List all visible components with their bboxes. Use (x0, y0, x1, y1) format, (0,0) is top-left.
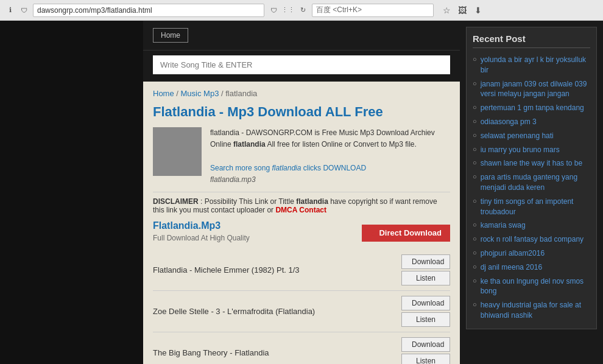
list-item: selawat penenang hati (473, 129, 590, 143)
list-item: odiaasonga pm 3 (473, 115, 590, 129)
layout: Home Home / Music Mp3 / flatlandia Flatl… (0, 21, 603, 364)
right-sidebar: Recent Post yolunda a bir ayr l k bir yo… (460, 21, 603, 364)
url-text: dawsongrp.com/mp3/flatlandia.html (37, 6, 152, 15)
list-item: rock n roll fantasy bad company (473, 233, 590, 247)
recent-post-link-7[interactable]: para artis muda ganteng yang menjadi dud… (481, 172, 590, 193)
download-button-2[interactable]: Download (401, 337, 450, 352)
recent-post-link-14[interactable]: heavy industrial gala for sale at bhiwan… (481, 300, 590, 321)
breadcrumb-sep2: / (219, 89, 225, 98)
list-item: janam janam 039 ost dilwale 039 versi me… (473, 77, 590, 102)
song-buttons-1: Download Listen (401, 296, 450, 327)
search-input[interactable] (153, 55, 450, 74)
recent-post-link-11[interactable]: phojpuri albam2016 (481, 248, 545, 259)
recent-post-link-3[interactable]: odiaasonga pm 3 (481, 117, 537, 127)
left-sidebar (0, 21, 143, 364)
download-button-1[interactable]: Download (401, 296, 450, 310)
nav-bar: Home (143, 21, 460, 51)
direct-download-label: Direct Download (379, 228, 442, 237)
recent-post-title: Recent Post (473, 33, 590, 48)
main-content: Home Home / Music Mp3 / flatlandia Flatl… (143, 21, 460, 364)
song-info-block: flatlandia - DAWSONGRP.COM is Free Music… (153, 127, 450, 186)
recent-post-link-1[interactable]: janam janam 039 ost dilwale 039 versi me… (481, 79, 590, 100)
recent-post-link-9[interactable]: kamaria swag (481, 220, 526, 231)
home-button[interactable]: Home (153, 28, 188, 43)
dmca-link[interactable]: DMCA Contact (275, 206, 326, 214)
song-section: Flatlandia.Mp3 Full Download At High Qua… (153, 220, 450, 364)
list-item: para artis muda ganteng yang menjadi dud… (473, 170, 590, 195)
listen-button-1[interactable]: Listen (401, 312, 450, 327)
browser-action-icons: ☆ 🖼 ⬇ (440, 4, 485, 17)
search-bar[interactable]: 百度 <Ctrl+K> (312, 4, 434, 17)
recent-post-link-10[interactable]: rock n roll fantasy bad company (481, 234, 584, 245)
breadcrumb: Home / Music Mp3 / flatlandia (153, 89, 450, 98)
download-icon[interactable]: ⬇ (471, 4, 485, 17)
recent-post-link-5[interactable]: iu marry you bruno mars (481, 145, 560, 155)
search-link-text: Search more song (210, 164, 272, 172)
song-description: flatlandia - DAWSONGRP.COM is Free Music… (210, 127, 450, 186)
breadcrumb-current: flatlandia (225, 89, 257, 98)
list-item: kamaria swag (473, 219, 590, 233)
breadcrumb-home[interactable]: Home (153, 89, 174, 98)
table-row: The Big Bang Theory - Flatlandia Downloa… (153, 332, 450, 364)
song-title-1: Zoe Delle Stelle - 3 - L'ermafrodita (Fl… (153, 307, 401, 316)
recent-post-link-4[interactable]: selawat penenang hati (481, 131, 554, 141)
site-text2: All free for listen Online or Convert to… (266, 140, 417, 149)
bold-flatlandia: flatlandia (233, 140, 266, 149)
list-item: phojpuri albam2016 (473, 247, 590, 261)
search-italic: flatlandia (272, 164, 301, 172)
direct-download-icon: ● (370, 228, 375, 238)
song-buttons-0: Download Listen (401, 254, 450, 285)
breadcrumb-music[interactable]: Music Mp3 (181, 89, 219, 98)
recent-post-list: yolunda a bir ayr l k bir yoksulluk bir … (473, 53, 590, 323)
song-title-2: The Big Bang Theory - Flatlandia (153, 348, 401, 357)
song-buttons-2: Download Listen (401, 337, 450, 364)
download-header: Flatlandia.Mp3 Full Download At High Qua… (153, 220, 450, 246)
screenshot-icon[interactable]: 🖼 (456, 4, 469, 17)
search-bar-text: 百度 <Ctrl+K> (316, 5, 362, 15)
list-item: iu marry you bruno mars (473, 143, 590, 157)
grid-icon: ⋮⋮ (283, 5, 294, 16)
list-item: tiny tim songs of an impotent troubadour (473, 195, 590, 219)
song-thumbnail (153, 127, 202, 176)
search-section (143, 51, 460, 82)
recent-post-link-0[interactable]: yolunda a bir ayr l k bir yoksulluk bir (481, 55, 590, 75)
bookmark-icon[interactable]: ☆ (440, 4, 453, 17)
recent-post-link-6[interactable]: shawn lane the way it has to be (481, 158, 582, 169)
shield-icon: 🛡 (18, 5, 29, 16)
page-wrapper: Home Home / Music Mp3 / flatlandia Flatl… (0, 21, 603, 364)
recent-post-link-12[interactable]: dj anil meena 2016 (481, 262, 542, 273)
direct-download-button[interactable]: ● Direct Download (362, 225, 450, 242)
listen-button-2[interactable]: Listen (401, 354, 450, 364)
search-link-end: clicks DOWNLOAD (301, 164, 366, 172)
list-item: heavy industrial gala for sale at bhiwan… (473, 298, 590, 323)
table-row: Flatlandia - Michele Emmer (1982) Pt. 1/… (153, 250, 450, 291)
listen-button-0[interactable]: Listen (401, 271, 450, 285)
search-more-link[interactable]: Search more song flatlandia clicks DOWNL… (210, 164, 366, 172)
disclaimer-text: : Possibility This Link or Tittle (199, 197, 297, 206)
recent-post-link-13[interactable]: ke tha oun lngung del nov smos bong (481, 276, 590, 297)
disclaimer-bold: flatlandia (296, 197, 328, 206)
address-bar[interactable]: dawsongrp.com/mp3/flatlandia.html (33, 4, 264, 17)
list-item: ke tha oun lngung del nov smos bong (473, 275, 590, 299)
refresh-icon[interactable]: ↻ (297, 5, 308, 16)
list-item: pertemuan 1 gm tanpa kendang (473, 101, 590, 115)
page-title: Flatlandia - Mp3 Download ALL Free (153, 104, 450, 120)
list-item: dj anil meena 2016 (473, 261, 590, 275)
table-row: Zoe Delle Stelle - 3 - L'ermafrodita (Fl… (153, 291, 450, 332)
list-item: shawn lane the way it has to be (473, 156, 590, 170)
section-title: Flatlandia.Mp3 (153, 220, 250, 231)
info-icon: ℹ (5, 5, 16, 16)
song-title-0: Flatlandia - Michele Emmer (1982) Pt. 1/… (153, 265, 401, 275)
shield-badge-icon: 🛡 (268, 5, 279, 16)
section-quality: Full Download At High Quality (153, 234, 250, 242)
browser-chrome: ℹ 🛡 dawsongrp.com/mp3/flatlandia.html 🛡 … (0, 0, 603, 21)
download-button-0[interactable]: Download (401, 254, 450, 269)
disclaimer: DISCLAIMER : Possibility This Link or Ti… (153, 192, 450, 214)
file-name: flatlandia.mp3 (210, 175, 256, 184)
list-item: yolunda a bir ayr l k bir yoksulluk bir (473, 53, 590, 77)
recent-post-link-8[interactable]: tiny tim songs of an impotent troubadour (481, 197, 590, 217)
browser-nav-icons: ℹ 🛡 (5, 5, 29, 16)
recent-post-box: Recent Post yolunda a bir ayr l k bir yo… (466, 27, 597, 329)
content-area: Home / Music Mp3 / flatlandia Flatlandia… (143, 82, 460, 364)
recent-post-link-2[interactable]: pertemuan 1 gm tanpa kendang (481, 103, 584, 113)
